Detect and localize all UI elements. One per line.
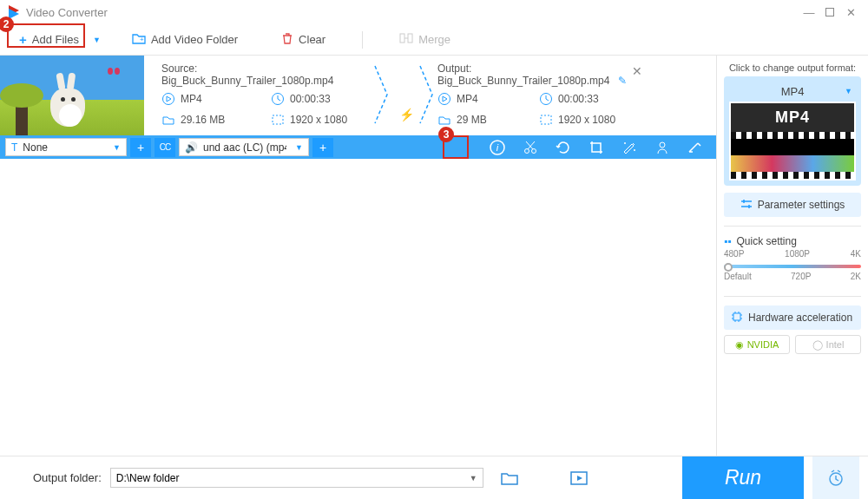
svg-rect-5 (408, 34, 412, 43)
chip-icon (731, 311, 743, 325)
trash-icon (281, 32, 293, 47)
clock-icon (271, 92, 285, 106)
svg-point-16 (525, 148, 529, 153)
chevron-down-icon: ▼ (470, 474, 477, 483)
sliders-icon (740, 198, 753, 213)
output-folder-input[interactable]: D:\New folder ▼ (110, 468, 483, 488)
remove-file-button[interactable]: ✕ (632, 64, 642, 78)
output-duration: 00:00:33 (558, 93, 599, 105)
source-resolution: 1920 x 1080 (290, 114, 347, 126)
svg-text:i: i (496, 142, 499, 153)
source-filename: Big_Buck_Bunny_Trailer_1080p.mp4 (161, 75, 333, 87)
output-format-thumbnail: MP4 (729, 102, 856, 181)
format-icon (161, 92, 175, 106)
crop-button[interactable] (588, 139, 605, 156)
merge-label: Merge (418, 33, 450, 46)
info-button[interactable]: i (489, 139, 506, 156)
output-filename: Big_Buck_Bunny_Trailer_1080p.mp4 (437, 75, 609, 87)
filesize-icon (161, 113, 175, 127)
intel-toggle[interactable]: ◯Intel (795, 335, 861, 354)
output-format-button[interactable]: MP4▼ MP4 (724, 76, 861, 186)
resolution-icon (539, 113, 553, 127)
run-button[interactable]: Run (682, 456, 804, 500)
watermark-button[interactable] (654, 139, 671, 156)
audio-icon: 🔊 (185, 141, 198, 154)
rename-output-button[interactable]: ✎ (618, 75, 627, 87)
arrow-divider-2 (418, 64, 436, 116)
merge-icon (399, 33, 413, 46)
svg-point-17 (532, 148, 536, 153)
audio-track-select[interactable]: 🔊 und aac (LC) (mp4a ▼ (179, 138, 309, 156)
svg-rect-21 (733, 313, 740, 320)
effects-button[interactable] (621, 139, 638, 156)
svg-rect-13 (541, 115, 551, 124)
resolution-icon (271, 113, 285, 127)
svg-point-10 (439, 94, 450, 105)
svg-rect-9 (273, 115, 283, 124)
svg-point-20 (660, 142, 665, 148)
output-folder-label: Output folder: (33, 471, 102, 484)
merge-button[interactable]: Merge (392, 30, 457, 49)
svg-point-6 (163, 94, 174, 105)
browse-folder-button[interactable] (501, 469, 518, 487)
enhance-button[interactable] (687, 139, 704, 156)
slider-handle[interactable] (724, 263, 733, 272)
subtitle-select[interactable]: T None ▼ (5, 138, 127, 156)
subtitle-value: None (23, 141, 104, 154)
step-badge-3: 3 (438, 127, 454, 142)
add-subtitle-button[interactable]: + (130, 138, 151, 157)
svg-marker-7 (167, 96, 171, 102)
quick-icon: ▪▪ (724, 235, 732, 247)
add-audio-button[interactable]: + (312, 138, 333, 157)
file-item: Source: Big_Buck_Bunny_Trailer_1080p.mp4… (0, 56, 716, 135)
window-title-bar: Video Converter — ✕ (0, 0, 868, 24)
file-toolbar: T None ▼ + CC 🔊 und aac (LC) (mp4a ▼ + i (0, 135, 716, 159)
svg-marker-11 (443, 96, 447, 102)
svg-point-19 (634, 149, 635, 151)
quick-setting-heading: ▪▪ Quick setting (724, 235, 861, 247)
window-maximize-button[interactable] (819, 2, 840, 23)
open-output-button[interactable] (570, 469, 588, 487)
clear-button[interactable]: Clear (274, 29, 332, 50)
cut-button[interactable] (522, 139, 539, 156)
output-format-heading: Click to change output format: (724, 62, 861, 73)
top-toolbar: 2 + Add Files ▼ + Add Video Folder Clear (0, 24, 868, 56)
add-files-dropdown[interactable]: ▼ (93, 36, 101, 44)
chevron-down-icon: ▼ (113, 143, 121, 152)
output-format: MP4 (457, 93, 478, 105)
output-column: ⚡ ✕ Output: Big_Buck_Bunny_Trailer_1080p… (382, 56, 642, 135)
format-badge: MP4 (731, 103, 854, 132)
footer-bar: Output folder: D:\New folder ▼ Run (0, 456, 868, 499)
closed-caption-button[interactable]: CC (155, 138, 175, 157)
source-size: 29.16 MB (181, 114, 225, 126)
arrow-divider (373, 64, 391, 116)
hardware-acceleration-label: Hardware acceleration (748, 312, 852, 324)
parameter-settings-button[interactable]: Parameter settings (724, 193, 861, 217)
nvidia-icon: ◉ (735, 339, 744, 351)
lightning-icon: ⚡ (399, 108, 414, 121)
schedule-button[interactable] (812, 456, 859, 500)
intel-icon: ◯ (812, 339, 823, 351)
window-title: Video Converter (26, 6, 799, 19)
rotate-button[interactable] (555, 139, 572, 156)
nvidia-toggle[interactable]: ◉NVIDIA (724, 335, 790, 354)
output-format-name: MP4 (781, 85, 805, 98)
clock-icon (539, 92, 553, 106)
clear-label: Clear (299, 33, 326, 46)
chevron-down-icon: ▼ (295, 143, 303, 152)
hardware-acceleration-button[interactable]: Hardware acceleration (724, 305, 861, 330)
window-close-button[interactable]: ✕ (840, 2, 861, 23)
add-video-folder-button[interactable]: + Add Video Folder (125, 29, 245, 50)
window-minimize-button[interactable]: — (799, 2, 819, 23)
side-panel: Click to change output format: MP4▼ MP4 … (716, 56, 868, 456)
svg-point-18 (624, 142, 626, 144)
svg-text:+: + (140, 36, 144, 43)
chevron-down-icon: ▼ (845, 87, 852, 95)
video-thumbnail[interactable] (0, 56, 144, 135)
folder-plus-icon: + (132, 32, 146, 47)
audio-value: und aac (LC) (mp4a (203, 141, 286, 154)
format-icon (437, 92, 451, 106)
parameter-settings-label: Parameter settings (758, 199, 845, 211)
filesize-icon (437, 113, 451, 127)
quick-setting-slider[interactable]: 480P1080P4K Default720P2K (724, 253, 861, 287)
